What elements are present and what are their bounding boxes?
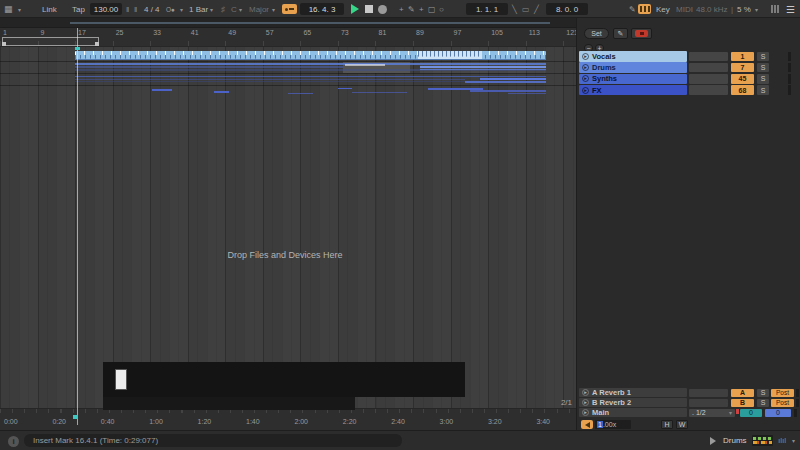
post-toggle[interactable]: Post (771, 399, 794, 407)
track-freeze-box[interactable] (689, 74, 728, 84)
loop-length-display[interactable]: 8. 0. 0 (546, 3, 588, 15)
solo-button[interactable]: S (757, 52, 769, 62)
metronome-chevron-icon[interactable]: ▾ (180, 0, 183, 18)
return-track-row[interactable]: ▸A Reverb 1ASPost (577, 388, 800, 397)
return-track-row[interactable]: ▸B Reverb 2BSPost (577, 398, 800, 407)
level-chevron-icon[interactable]: ▾ (792, 437, 795, 444)
punch-out-button[interactable]: ╱ (534, 0, 539, 18)
key-map-button[interactable]: Key (656, 0, 670, 18)
fold-icon[interactable]: ▸ (582, 53, 589, 60)
time-ruler[interactable]: 0:000:200:401:001:201:402:002:202:403:00… (0, 408, 576, 430)
fold-icon[interactable]: ▸ (582, 87, 589, 94)
cpu-chevron-icon[interactable]: ▾ (755, 0, 758, 18)
solo-button[interactable]: S (757, 85, 769, 95)
fold-icon[interactable]: ▸ (582, 389, 589, 396)
track-name[interactable]: ▸Drums (579, 62, 687, 73)
clip-segment[interactable] (75, 66, 343, 68)
track-name[interactable]: ▸Vocals (579, 51, 687, 62)
insert-marker-top-icon[interactable] (75, 47, 80, 50)
return-freeze-box[interactable] (689, 399, 728, 407)
capture-midi-button[interactable]: + (419, 0, 424, 18)
solo-button[interactable]: S (757, 389, 769, 397)
zoom-handle-left-grip[interactable] (2, 42, 6, 46)
clip-segment[interactable] (465, 81, 546, 83)
return-track-name[interactable]: ▸A Reverb 1 (579, 388, 687, 397)
fold-icon[interactable]: ▸ (582, 64, 589, 71)
insert-marker-bottom-icon[interactable] (73, 415, 78, 419)
nudge-up-button[interactable]: ‖ (134, 0, 137, 18)
track-row-synths[interactable]: ▸Synths45S (577, 74, 800, 85)
solo-button[interactable]: S (757, 74, 769, 84)
loop-switch-button[interactable]: ▭ (522, 0, 530, 18)
arrangement-overview[interactable] (0, 18, 576, 28)
track-number-box[interactable]: 68 (731, 85, 754, 95)
play-button[interactable] (351, 0, 359, 18)
punch-in-button[interactable]: ╲ (512, 0, 517, 18)
track-row-drums[interactable]: ▸Drums7S (577, 62, 800, 73)
solo-button[interactable]: S (757, 63, 769, 73)
playback-rate-field[interactable]: 1.00x (595, 420, 631, 429)
clip-segment[interactable] (480, 78, 546, 80)
keys-icon[interactable]: ▦ (4, 0, 13, 18)
height-zoom-button[interactable]: H (661, 420, 673, 429)
playhead-line[interactable] (77, 28, 78, 425)
send-letter-box[interactable]: B (731, 399, 754, 407)
main-track-row[interactable]: ▸ Main . 1/2 ▾ 0 0 (577, 408, 800, 417)
nudge-down-button[interactable]: ‖ (126, 0, 129, 18)
clip-segment[interactable] (508, 93, 546, 94)
tempo-display[interactable]: 130.00 (90, 3, 122, 15)
draw-mode-button[interactable]: ✎ (408, 0, 415, 18)
clip-segment[interactable] (75, 79, 465, 81)
clip-segment[interactable] (75, 76, 546, 78)
return-freeze-box[interactable] (689, 389, 728, 397)
loop-start-display[interactable]: 1. 1. 1 (466, 3, 508, 15)
midi-map-button[interactable]: MIDI (676, 0, 693, 18)
marquee-mode-button[interactable]: ▢ (428, 0, 436, 18)
width-zoom-button[interactable]: W (676, 420, 688, 429)
clip-segment[interactable] (288, 93, 313, 94)
arrangement-record-button[interactable] (631, 28, 652, 39)
track-number-box[interactable]: 1 (731, 52, 754, 62)
link-button[interactable]: Link (42, 0, 57, 18)
clip-segment[interactable] (420, 66, 546, 68)
key-root-menu[interactable]: C (231, 0, 237, 18)
follow-button[interactable] (282, 4, 297, 14)
keys-chevron-icon[interactable]: ▾ (18, 0, 21, 18)
track-freeze-box[interactable] (689, 85, 728, 95)
metronome-icon[interactable]: O● (166, 0, 175, 18)
quantize-menu[interactable]: 1 Bar (189, 0, 208, 18)
track-freeze-box[interactable] (689, 52, 728, 62)
post-toggle[interactable]: Post (771, 389, 794, 397)
arrangement-view[interactable]: 191725334149576573818997105113121 Drop F… (0, 18, 576, 430)
fold-icon[interactable]: ▸ (582, 409, 589, 416)
clip-segment[interactable] (338, 88, 352, 90)
computer-midi-keyboard-button[interactable] (638, 4, 651, 14)
automation-arm-button[interactable]: + (399, 0, 404, 18)
hamburger-menu-icon[interactable]: ☰ (786, 0, 795, 18)
send-letter-box[interactable]: A (731, 389, 754, 397)
track-row-fx[interactable]: ▸FX68S (577, 85, 800, 96)
scale-icon[interactable]: ♯ (221, 0, 225, 18)
cpu-load-display[interactable]: 5 % (737, 0, 751, 18)
stop-button[interactable] (365, 0, 373, 18)
loop-toggle-icon[interactable]: ○ (439, 0, 444, 18)
track-name[interactable]: ▸FX (579, 85, 687, 96)
preview-volume-icon[interactable] (581, 420, 593, 429)
fold-icon[interactable]: ▸ (582, 399, 589, 406)
track-name[interactable]: ▸Synths (579, 74, 687, 85)
set-marker-button[interactable]: Set (584, 28, 609, 39)
track-freeze-box[interactable] (689, 63, 728, 73)
tap-tempo-button[interactable]: Tap (72, 0, 85, 18)
main-grid-select[interactable]: . 1/2 ▾ (689, 409, 735, 417)
level-bars-icon[interactable]: ılıl (778, 436, 786, 445)
clip-segment[interactable] (352, 92, 407, 93)
cue-level-control[interactable]: 0 (740, 409, 762, 417)
overview-zoom-handle[interactable] (2, 37, 99, 46)
clip-segment[interactable] (470, 90, 546, 92)
pencil-button[interactable]: ✎ (613, 28, 628, 39)
quantize-chevron-icon[interactable]: ▾ (210, 0, 213, 18)
track-row-vocals[interactable]: ▸Vocals1S (577, 51, 800, 62)
clip-lanes[interactable] (0, 47, 576, 96)
key-root-chevron-icon[interactable]: ▾ (239, 0, 242, 18)
return-track-name[interactable]: ▸B Reverb 2 (579, 398, 687, 407)
